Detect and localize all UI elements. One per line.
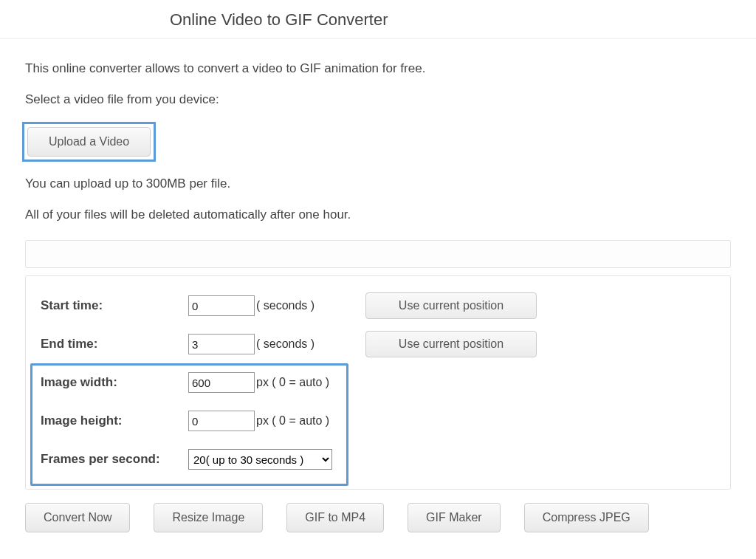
settings-panel: Start time: ( seconds ) Use current posi… xyxy=(25,275,731,490)
end-time-label: End time: xyxy=(41,337,188,351)
start-time-unit: ( seconds ) xyxy=(256,299,352,312)
image-width-label: Image width: xyxy=(41,375,188,390)
end-time-unit: ( seconds ) xyxy=(256,337,352,351)
row-start-time: Start time: ( seconds ) Use current posi… xyxy=(41,287,715,325)
image-height-input[interactable] xyxy=(188,411,255,431)
start-use-current-button[interactable]: Use current position xyxy=(365,292,537,319)
upload-size-note: You can upload up to 300MB per file. xyxy=(25,176,731,191)
end-time-input[interactable] xyxy=(188,334,255,354)
upload-video-button[interactable]: Upload a Video xyxy=(27,127,151,157)
auto-delete-note: All of your files will be deleted automa… xyxy=(25,208,731,222)
select-video-label: Select a video file from you device: xyxy=(25,92,731,107)
fps-label: Frames per second: xyxy=(41,452,188,467)
compress-jpeg-button[interactable]: Compress JPEG xyxy=(524,503,649,532)
fps-select[interactable]: 20( up to 30 seconds ) xyxy=(188,449,332,470)
image-width-unit: px ( 0 = auto ) xyxy=(256,376,352,389)
row-image-height: Image height: px ( 0 = auto ) xyxy=(41,402,715,440)
convert-now-button[interactable]: Convert Now xyxy=(25,503,130,532)
image-width-input[interactable] xyxy=(188,372,255,393)
intro-text: This online converter allows to convert … xyxy=(25,61,731,76)
start-time-label: Start time: xyxy=(41,298,188,313)
image-height-unit: px ( 0 = auto ) xyxy=(256,414,352,428)
row-fps: Frames per second: 20( up to 30 seconds … xyxy=(41,440,715,479)
start-time-input[interactable] xyxy=(188,295,255,316)
image-height-label: Image height: xyxy=(41,414,188,428)
action-row: Convert Now Resize Image GIF to MP4 GIF … xyxy=(25,503,731,532)
row-image-width: Image width: px ( 0 = auto ) xyxy=(41,363,715,402)
page-title: Online Video to GIF Converter xyxy=(170,10,756,30)
resize-image-button[interactable]: Resize Image xyxy=(154,503,263,532)
end-use-current-button[interactable]: Use current position xyxy=(365,331,537,357)
gif-maker-button[interactable]: GIF Maker xyxy=(408,503,501,532)
preview-bar xyxy=(25,240,731,268)
row-end-time: End time: ( seconds ) Use current positi… xyxy=(41,325,715,363)
gif-to-mp4-button[interactable]: GIF to MP4 xyxy=(286,503,384,532)
upload-highlight-box: Upload a Video xyxy=(22,122,156,162)
